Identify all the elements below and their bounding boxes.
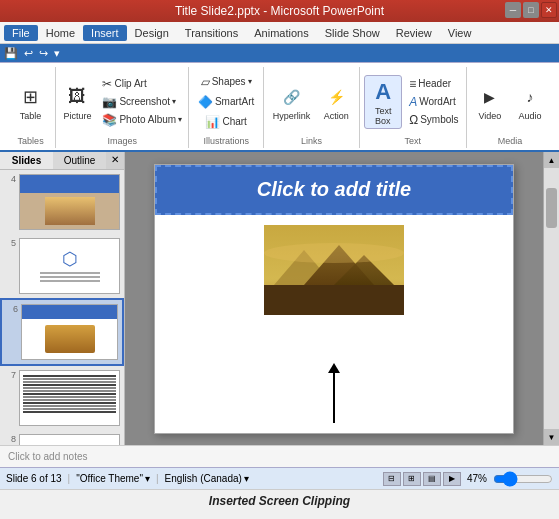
status-bar: Slide 6 of 13 | "Office Theme" ▾ | Engli… [0, 467, 559, 489]
slide-thumb-6[interactable]: 6 [0, 298, 124, 366]
qa-save[interactable]: 💾 [4, 47, 18, 60]
mountain-svg [264, 225, 404, 315]
action-button[interactable]: ⚡ Action [318, 81, 354, 123]
slide-num-5: 5 [4, 238, 16, 248]
smartart-button[interactable]: 🔷 SmartArt [195, 94, 257, 110]
shapes-icon: ▱ [201, 75, 210, 89]
video-icon: ▶ [476, 83, 504, 111]
view-buttons: ⊟ ⊞ ▤ ▶ [383, 472, 461, 486]
mountain-image [264, 225, 404, 315]
zoom-slider[interactable] [493, 471, 553, 487]
slide5-line [40, 276, 100, 278]
menu-home[interactable]: Home [38, 25, 83, 41]
language-name: English (Canada) [165, 473, 242, 484]
picture-label: Picture [63, 111, 91, 121]
svg-rect-4 [264, 285, 404, 315]
hyperlink-button[interactable]: 🔗 Hyperlink [269, 81, 315, 123]
slide7-line [23, 411, 116, 413]
chart-button[interactable]: 📊 Chart [202, 114, 249, 130]
panel-tabs: Slides Outline ✕ [0, 152, 124, 170]
qa-dropdown[interactable]: ▾ [54, 47, 60, 60]
table-label: Table [20, 111, 42, 121]
menu-review[interactable]: Review [388, 25, 440, 41]
slide7-line [23, 390, 116, 392]
illustrations-group-label: Illustrations [203, 134, 249, 146]
table-button[interactable]: ⊞ Table [13, 81, 49, 123]
menu-design[interactable]: Design [127, 25, 177, 41]
minimize-button[interactable]: ─ [505, 2, 521, 18]
illustrations-buttons: ▱ Shapes ▾ 🔷 SmartArt 📊 Chart [195, 69, 257, 134]
headerfooter-button[interactable]: ≡ Header [406, 76, 461, 92]
slide4-mountain [45, 197, 95, 225]
normal-view-button[interactable]: ⊟ [383, 472, 401, 486]
slide4-image [20, 193, 119, 229]
ribbon-content: ⊞ Table Tables 🖼 Picture ✂ Clip Art [0, 62, 559, 150]
action-icon: ⚡ [322, 83, 350, 111]
slide-title-area[interactable]: Click to add title [155, 165, 513, 215]
slide-preview-6 [21, 304, 118, 360]
slide5-line [40, 280, 100, 282]
notes-bar[interactable]: Click to add notes [0, 445, 559, 467]
panel-close-button[interactable]: ✕ [106, 152, 124, 169]
ribbon-group-text: A TextBox ≡ Header A WordArt Ω Symbols [360, 67, 467, 148]
menu-insert[interactable]: Insert [83, 25, 127, 41]
clipart-button[interactable]: ✂ Clip Art [99, 76, 185, 92]
theme-dropdown-icon: ▾ [145, 473, 150, 484]
ribbon: ⊞ Table Tables 🖼 Picture ✂ Clip Art [0, 62, 559, 152]
status-right: ⊟ ⊞ ▤ ▶ 47% [383, 471, 553, 487]
scroll-down-button[interactable]: ▼ [544, 429, 559, 445]
wordart-button[interactable]: A WordArt [406, 94, 461, 110]
textbox-button[interactable]: A TextBox [364, 75, 402, 129]
status-sep1: | [68, 473, 71, 484]
zoom-level: 47% [467, 473, 487, 484]
slide7-line [23, 375, 116, 377]
audio-button[interactable]: ♪ Audio [512, 81, 548, 123]
slide-thumb-8[interactable]: 8 [0, 430, 124, 445]
menu-slideshow[interactable]: Slide Show [317, 25, 388, 41]
language-dropdown[interactable]: English (Canada) ▾ [165, 473, 249, 484]
photoalbum-button[interactable]: 📚 Photo Album ▾ [99, 112, 185, 128]
slide-thumb-7[interactable]: 7 [0, 366, 124, 430]
screenshot-button[interactable]: 📷 Screenshot ▾ [99, 94, 185, 110]
slide7-line [23, 405, 116, 407]
text-group-label: Text [405, 134, 422, 146]
menu-view[interactable]: View [440, 25, 480, 41]
photoalbum-icon: 📚 [102, 113, 117, 127]
textbox-icon: A [369, 78, 397, 106]
caption-text: Inserted Screen Clipping [209, 494, 350, 508]
menu-file[interactable]: File [4, 25, 38, 41]
menu-transitions[interactable]: Transitions [177, 25, 246, 41]
slideshow-button[interactable]: ▶ [443, 472, 461, 486]
slide-thumb-4[interactable]: 4 [0, 170, 124, 234]
symbols-button[interactable]: Ω Symbols [406, 112, 461, 128]
slide7-line [23, 378, 116, 380]
maximize-button[interactable]: □ [523, 2, 539, 18]
theme-dropdown[interactable]: "Office Theme" ▾ [76, 473, 150, 484]
video-button[interactable]: ▶ Video [472, 81, 508, 123]
images-buttons: 🖼 Picture ✂ Clip Art 📷 Screenshot ▾ 📚 [59, 69, 185, 134]
scroll-up-button[interactable]: ▲ [544, 152, 559, 168]
scroll-track [544, 168, 559, 429]
slide-sorter-button[interactable]: ⊞ [403, 472, 421, 486]
tab-slides[interactable]: Slides [0, 152, 53, 169]
menu-animations[interactable]: Animations [246, 25, 316, 41]
editor-area: Click to add title [125, 152, 543, 445]
tab-outline[interactable]: Outline [53, 152, 106, 169]
right-scrollbar[interactable]: ▲ ▼ [543, 152, 559, 445]
textbox-label: TextBox [375, 106, 392, 126]
close-button[interactable]: ✕ [541, 2, 557, 18]
svg-point-5 [264, 243, 404, 263]
slide-panel: Slides Outline ✕ 4 5 ⬡ [0, 152, 125, 445]
hyperlink-label: Hyperlink [273, 111, 311, 121]
video-label: Video [478, 111, 501, 121]
qa-redo[interactable]: ↪ [39, 47, 48, 60]
tables-buttons: ⊞ Table [13, 69, 49, 134]
qa-undo[interactable]: ↩ [24, 47, 33, 60]
slide6-body [22, 319, 117, 359]
photoalbum-label: Photo Album [119, 114, 176, 125]
scroll-thumb[interactable] [546, 188, 557, 228]
picture-button[interactable]: 🖼 Picture [59, 81, 95, 123]
slide-thumb-5[interactable]: 5 ⬡ [0, 234, 124, 298]
shapes-button[interactable]: ▱ Shapes ▾ [198, 74, 255, 90]
reading-view-button[interactable]: ▤ [423, 472, 441, 486]
